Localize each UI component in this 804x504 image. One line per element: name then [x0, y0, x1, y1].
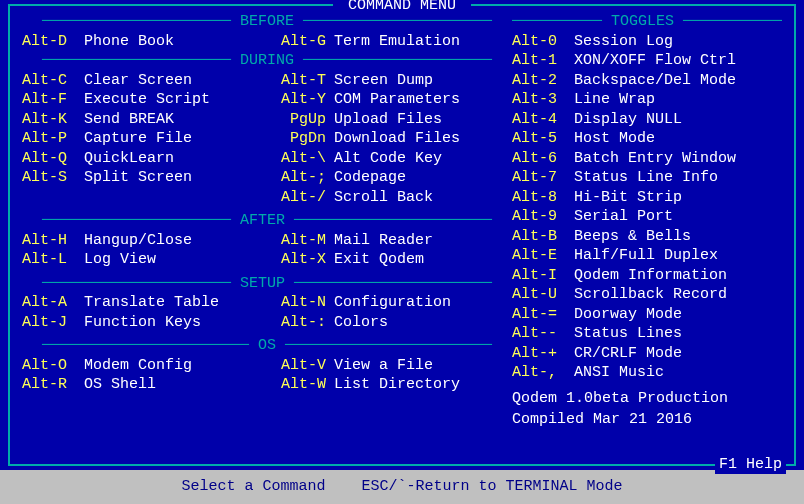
key-label: Alt-O	[22, 356, 84, 376]
key-label: PgDn	[264, 129, 326, 149]
key-desc: Clear Screen	[84, 71, 264, 91]
f1-help-hint[interactable]: F1 Help	[715, 455, 786, 475]
toggle-row[interactable]: Alt-4Display NULL	[512, 110, 782, 130]
key-desc: Exit Qodem	[334, 250, 424, 270]
toggle-row[interactable]: Alt-IQodem Information	[512, 266, 782, 286]
key-desc: Split Screen	[84, 168, 264, 188]
terminal-screen: COMMAND MENU F1 Help ───────────────────…	[0, 0, 804, 470]
key-desc: Capture File	[84, 129, 264, 149]
key-label: Alt-3	[512, 90, 574, 110]
menu-row[interactable]: Alt-HHangup/CloseAlt-MMail Reader	[22, 231, 512, 251]
toggle-row[interactable]: Alt-+CR/CRLF Mode	[512, 344, 782, 364]
key-label: Alt-C	[22, 71, 84, 91]
key-desc: Log View	[84, 250, 264, 270]
menu-row[interactable]: Alt-SSplit ScreenAlt-;Codepage	[22, 168, 512, 188]
key-label: Alt-A	[22, 293, 84, 313]
key-desc: Function Keys	[84, 313, 264, 333]
key-label: Alt-2	[512, 71, 574, 91]
section-after: ───────────────────── AFTER ────────────…	[22, 211, 512, 231]
key-label: Alt-T	[264, 71, 326, 91]
key-desc: QuickLearn	[84, 149, 264, 169]
toggle-row[interactable]: Alt-UScrollback Record	[512, 285, 782, 305]
key-desc: Display NULL	[574, 110, 682, 130]
toggle-row[interactable]: Alt-=Doorway Mode	[512, 305, 782, 325]
key-desc: Upload Files	[334, 110, 442, 130]
key-desc: Configuration	[334, 293, 451, 313]
key-label: Alt-J	[22, 313, 84, 333]
key-desc: Translate Table	[84, 293, 264, 313]
status-bar-text: Select a Command ESC/`-Return to TERMINA…	[181, 477, 622, 497]
key-label: Alt--	[512, 324, 574, 344]
menu-row[interactable]: Alt-DPhone BookAlt-GTerm Emulation	[22, 32, 512, 52]
menu-row[interactable]: Alt-JFunction KeysAlt-:Colors	[22, 313, 512, 333]
menu-row[interactable]: Alt-PCapture FilePgDnDownload Files	[22, 129, 512, 149]
key-desc: Execute Script	[84, 90, 264, 110]
key-desc: View a File	[334, 356, 433, 376]
menu-row[interactable]: Alt-/Scroll Back	[22, 188, 512, 208]
key-desc: Qodem Information	[574, 266, 727, 286]
key-label: Alt-+	[512, 344, 574, 364]
toggle-row[interactable]: Alt-,ANSI Music	[512, 363, 782, 383]
key-desc: List Directory	[334, 375, 460, 395]
toggle-row[interactable]: Alt-7Status Line Info	[512, 168, 782, 188]
section-os: ─────────────────────── OS ─────────────…	[22, 336, 512, 356]
toggle-row[interactable]: Alt-EHalf/Full Duplex	[512, 246, 782, 266]
key-label: Alt-1	[512, 51, 574, 71]
toggle-row[interactable]: Alt-9Serial Port	[512, 207, 782, 227]
key-desc: XON/XOFF Flow Ctrl	[574, 51, 736, 71]
key-desc: Backspace/Del Mode	[574, 71, 736, 91]
key-label: Alt-:	[264, 313, 326, 333]
toggle-row[interactable]: Alt-6Batch Entry Window	[512, 149, 782, 169]
key-desc: Screen Dump	[334, 71, 433, 91]
key-desc: Line Wrap	[574, 90, 655, 110]
key-label: Alt-B	[512, 227, 574, 247]
key-label	[22, 188, 84, 208]
menu-row[interactable]: Alt-FExecute ScriptAlt-YCOM Parameters	[22, 90, 512, 110]
menu-row[interactable]: Alt-CClear ScreenAlt-TScreen Dump	[22, 71, 512, 91]
menu-row[interactable]: Alt-QQuickLearnAlt-\Alt Code Key	[22, 149, 512, 169]
key-desc: Hi-Bit Strip	[574, 188, 682, 208]
key-desc: Scroll Back	[334, 188, 433, 208]
toggle-row[interactable]: Alt--Status Lines	[512, 324, 782, 344]
key-label: Alt-E	[512, 246, 574, 266]
key-label: PgUp	[264, 110, 326, 130]
toggle-row[interactable]: Alt-8Hi-Bit Strip	[512, 188, 782, 208]
key-label: Alt-6	[512, 149, 574, 169]
key-desc: CR/CRLF Mode	[574, 344, 682, 364]
key-desc: Colors	[334, 313, 388, 333]
menu-row[interactable]: Alt-KSend BREAKPgUpUpload Files	[22, 110, 512, 130]
key-desc: Doorway Mode	[574, 305, 682, 325]
menu-row[interactable]: Alt-ROS ShellAlt-WList Directory	[22, 375, 512, 395]
version-line-2: Compiled Mar 21 2016	[512, 408, 782, 430]
key-label: Alt-/	[264, 188, 326, 208]
key-label: Alt-N	[264, 293, 326, 313]
key-label: Alt-Q	[22, 149, 84, 169]
key-desc: Scrollback Record	[574, 285, 727, 305]
menu-row[interactable]: Alt-LLog ViewAlt-XExit Qodem	[22, 250, 512, 270]
key-desc: ANSI Music	[574, 363, 664, 383]
menu-row[interactable]: Alt-OModem ConfigAlt-VView a File	[22, 356, 512, 376]
key-label: Alt-K	[22, 110, 84, 130]
key-label: Alt-V	[264, 356, 326, 376]
key-desc: Session Log	[574, 32, 673, 52]
left-pane: ───────────────────── BEFORE ───────────…	[22, 12, 512, 430]
toggle-row[interactable]: Alt-5Host Mode	[512, 129, 782, 149]
status-bar: Select a Command ESC/`-Return to TERMINA…	[0, 470, 804, 504]
section-toggles: ────────── TOGGLES ───────────	[512, 12, 782, 32]
toggle-row[interactable]: Alt-1XON/XOFF Flow Ctrl	[512, 51, 782, 71]
key-desc: Half/Full Duplex	[574, 246, 718, 266]
key-desc: Term Emulation	[334, 32, 460, 52]
toggle-row[interactable]: Alt-0Session Log	[512, 32, 782, 52]
toggle-row[interactable]: Alt-2Backspace/Del Mode	[512, 71, 782, 91]
key-label: Alt-H	[22, 231, 84, 251]
section-setup: ───────────────────── SETUP ────────────…	[22, 274, 512, 294]
key-desc: OS Shell	[84, 375, 264, 395]
toggle-row[interactable]: Alt-3Line Wrap	[512, 90, 782, 110]
toggle-row[interactable]: Alt-BBeeps & Bells	[512, 227, 782, 247]
menu-row[interactable]: Alt-ATranslate TableAlt-NConfiguration	[22, 293, 512, 313]
key-label: Alt-=	[512, 305, 574, 325]
key-desc: Download Files	[334, 129, 460, 149]
section-during: ───────────────────── DURING ───────────…	[22, 51, 512, 71]
key-desc: COM Parameters	[334, 90, 460, 110]
key-desc: Batch Entry Window	[574, 149, 736, 169]
